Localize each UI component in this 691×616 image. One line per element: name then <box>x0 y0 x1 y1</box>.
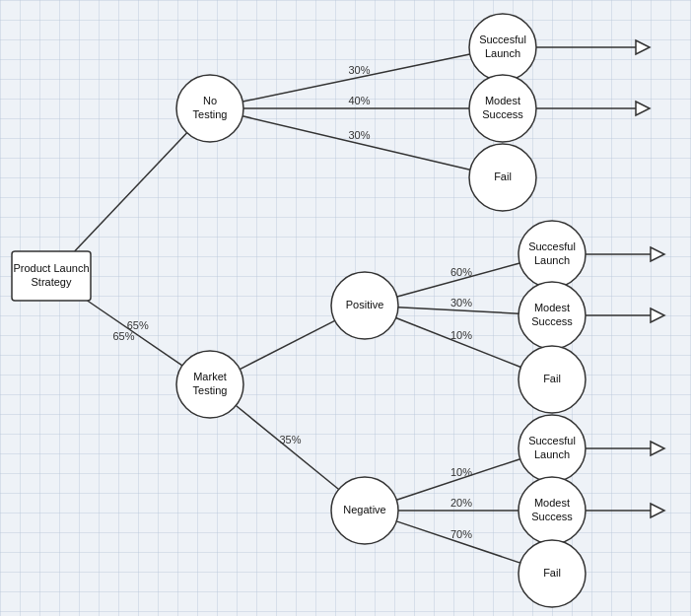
svg-text:20%: 20% <box>450 497 472 509</box>
svg-text:40%: 40% <box>349 95 371 106</box>
svg-text:Launch: Launch <box>485 47 520 59</box>
svg-text:65%: 65% <box>113 330 135 342</box>
svg-text:Succesful: Succesful <box>528 240 576 252</box>
svg-text:Success: Success <box>531 511 573 522</box>
svg-text:Testing: Testing <box>193 108 228 120</box>
svg-text:Succesful: Succesful <box>479 34 526 45</box>
svg-text:Market: Market <box>193 371 227 382</box>
svg-text:Success: Success <box>482 108 523 120</box>
svg-text:35%: 35% <box>280 434 302 445</box>
svg-line-16 <box>236 405 338 489</box>
svg-text:30%: 30% <box>349 129 371 141</box>
svg-text:30%: 30% <box>450 297 472 308</box>
svg-text:Negative: Negative <box>343 504 385 515</box>
svg-text:Launch: Launch <box>534 254 570 266</box>
decision-tree-container: 65%30%40%30%35%60%30%10%10%20%70%Product… <box>0 0 691 616</box>
tree-svg: 65%30%40%30%35%60%30%10%10%20%70%Product… <box>0 0 691 616</box>
svg-line-7 <box>88 301 182 366</box>
svg-marker-70 <box>651 308 664 322</box>
svg-marker-68 <box>636 102 650 115</box>
svg-marker-72 <box>651 504 664 517</box>
svg-text:Succesful: Succesful <box>528 435 576 446</box>
svg-text:Positive: Positive <box>346 299 384 310</box>
svg-line-6 <box>75 133 187 251</box>
svg-marker-67 <box>636 40 650 54</box>
svg-text:Modest: Modest <box>485 95 520 106</box>
svg-text:60%: 60% <box>450 266 472 278</box>
svg-text:No: No <box>203 95 217 106</box>
svg-text:10%: 10% <box>450 466 472 478</box>
svg-line-13 <box>242 116 470 170</box>
svg-text:Testing: Testing <box>193 384 228 396</box>
svg-marker-69 <box>651 247 664 261</box>
svg-line-22 <box>396 317 521 367</box>
svg-text:Fail: Fail <box>543 373 561 384</box>
svg-text:Launch: Launch <box>534 448 570 460</box>
svg-text:Fail: Fail <box>494 171 512 182</box>
svg-text:Success: Success <box>531 315 573 327</box>
svg-text:Modest: Modest <box>534 497 570 509</box>
svg-text:Fail: Fail <box>543 567 561 579</box>
svg-text:Product Launch: Product Launch <box>13 262 89 274</box>
svg-text:10%: 10% <box>450 329 472 341</box>
svg-text:Strategy: Strategy <box>32 276 72 288</box>
svg-text:Modest: Modest <box>534 302 570 313</box>
svg-marker-71 <box>651 442 664 455</box>
svg-text:70%: 70% <box>450 528 472 540</box>
svg-line-15 <box>240 320 334 369</box>
svg-text:30%: 30% <box>349 64 371 76</box>
